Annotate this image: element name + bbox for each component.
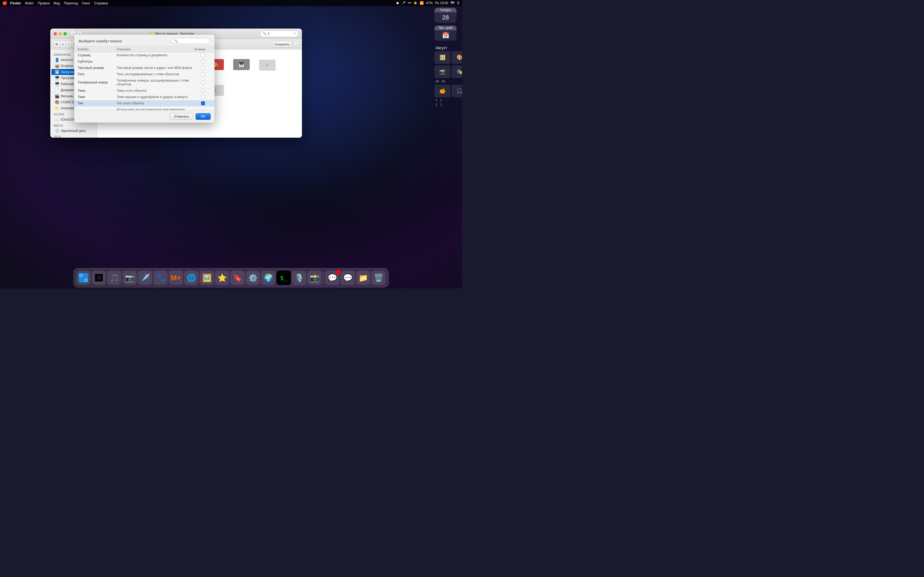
- ok-button[interactable]: OK: [195, 113, 211, 120]
- dock-bookmarks[interactable]: 🔖: [231, 271, 245, 285]
- dock-mindnode[interactable]: M+: [169, 271, 183, 285]
- cal-thumb-5[interactable]: 🍊: [435, 85, 451, 97]
- attr-row-7-checkbox[interactable]: [201, 102, 205, 105]
- main-item-7[interactable]: 1: [255, 53, 279, 77]
- menubar-siri-icon[interactable]: 🎤: [402, 1, 405, 5]
- folder-icon: 📁: [55, 106, 59, 110]
- attr-row-2[interactable]: Тактовый размер Тактовый размер песни в …: [74, 65, 215, 71]
- dock-notebook[interactable]: ⭐: [215, 271, 229, 285]
- attr-row-5[interactable]: Тема Тема этого объекта: [74, 88, 215, 94]
- dock-finder[interactable]: [76, 271, 91, 285]
- cancel-button[interactable]: Отменить: [170, 113, 193, 120]
- attr-row-6-menu: [195, 95, 211, 99]
- menubar-help[interactable]: Справка: [94, 1, 108, 5]
- attr-row-0-checkbox[interactable]: [201, 53, 205, 57]
- desktop-icon: 🖥️: [55, 82, 59, 86]
- attr-row-5-checkbox[interactable]: [201, 89, 205, 93]
- dock-metronom[interactable]: 🐾: [153, 271, 168, 285]
- dock-settings[interactable]: ⚙️: [246, 271, 260, 285]
- cal-thumb-4[interactable]: 🎭: [452, 65, 462, 78]
- menubar-edit[interactable]: Правка: [38, 1, 50, 5]
- attr-row-1[interactable]: Субтитры: [74, 58, 215, 65]
- dock-chrome[interactable]: 🌐: [184, 271, 199, 285]
- attr-dialog-title: Выберите атрибут поиска:: [79, 39, 123, 43]
- menubar-wifi-icon[interactable]: 📶: [420, 1, 424, 5]
- attr-dialog: Выберите атрибут поиска: 🔍 Атрибут Описа…: [74, 35, 215, 122]
- save-search-btn[interactable]: Сохранить: [272, 41, 292, 48]
- dock-appstore[interactable]: 🅰: [92, 271, 106, 285]
- dock-camera[interactable]: 📸: [307, 271, 322, 285]
- cal-thumb-1[interactable]: 🖼️: [435, 51, 451, 64]
- col-desc-header: Описание: [116, 48, 195, 51]
- prev-label: Пре...дней: [435, 26, 457, 30]
- dock-photos[interactable]: 📷: [123, 271, 137, 285]
- dock-image-viewer[interactable]: 🖼️: [200, 271, 214, 285]
- col-attr-header: Атрибут: [78, 48, 116, 51]
- view-column-btn[interactable]: ⫶: [66, 41, 71, 48]
- icloud-icon: ☁️: [55, 117, 59, 122]
- dock-telegram[interactable]: ✈️: [138, 271, 152, 285]
- download-icon: ⬇️: [55, 70, 59, 74]
- menubar-window[interactable]: Окно: [82, 1, 90, 5]
- attr-row-7[interactable]: Тип Тип этого объекта: [74, 100, 215, 106]
- attr-row-0[interactable]: Страниц Количество страниц в документе: [74, 52, 215, 58]
- attr-row-4-checkbox[interactable]: [201, 81, 205, 84]
- view-list-btn[interactable]: ≡: [60, 41, 66, 48]
- attr-search-box[interactable]: 🔍: [171, 38, 210, 44]
- dock-messages[interactable]: 💬: [341, 271, 355, 285]
- cal-thumb-3[interactable]: 📸: [435, 65, 451, 78]
- dock-trash[interactable]: 🗑️: [372, 271, 386, 285]
- menubar-view[interactable]: Вид: [53, 1, 60, 5]
- menubar-file[interactable]: Файл: [25, 1, 34, 5]
- attr-row-4-desc: Телефонные номера, ассоциированные с эти…: [116, 79, 195, 86]
- attr-row-3[interactable]: Теги Теги, ассоциированные с этим объект…: [74, 71, 215, 77]
- attr-row-6-checkbox[interactable]: [201, 95, 205, 99]
- dock-spotify[interactable]: 🎵: [107, 271, 121, 285]
- movies-icon: 🎬: [55, 94, 59, 98]
- attr-row-1-checkbox[interactable]: [201, 60, 205, 63]
- sidebar-item-remote-disk[interactable]: 💿 Удаленный диск: [52, 128, 96, 134]
- menubar-finder[interactable]: Finder: [10, 1, 21, 5]
- attr-row-8[interactable]: Тип гаммы лупа Использует ли луп мажорну…: [74, 106, 215, 110]
- desktop: 🍎 Finder Файл Правка Вид Переход Окно Сп…: [0, 0, 462, 288]
- person-icon: 👤: [55, 58, 59, 62]
- attr-row-2-name: Тактовый размер: [78, 66, 116, 70]
- calendar-sidebar: Сегодня 28 Пре...дней 📅 Август 🖼️ 🎨 📸 🎭 …: [435, 8, 459, 107]
- remove-search-btn[interactable]: −: [294, 42, 299, 47]
- dock-podcast[interactable]: 🎙️: [292, 271, 306, 285]
- main-item-6[interactable]: 🎹: [229, 52, 254, 77]
- attr-row-7-desc: Тип этого объекта: [116, 102, 195, 105]
- cal-numbers: 0000: [435, 78, 459, 85]
- menubar-more-icon[interactable]: •••: [408, 1, 411, 5]
- today-widget[interactable]: Сегодня 28: [435, 8, 457, 23]
- dock-telegram2[interactable]: 💬: [325, 271, 339, 285]
- attr-row-6-name: Темп: [78, 95, 116, 99]
- apple-menu[interactable]: 🍎: [2, 0, 7, 5]
- svg-rect-3: [79, 278, 83, 282]
- menubar-go[interactable]: Переход: [64, 1, 78, 5]
- cal-thumb-2[interactable]: 🎨: [452, 51, 462, 64]
- search-clear-icon[interactable]: ✕: [294, 32, 296, 35]
- attr-row-4[interactable]: Телефонный номер Телефонные номера, ассо…: [74, 77, 215, 88]
- search-box[interactable]: 🔍 1 ✕: [260, 31, 299, 37]
- prev-widget[interactable]: Пре...дней 📅: [435, 26, 457, 41]
- maximize-button[interactable]: [63, 32, 67, 35]
- sidebar-places-header: Места: [50, 122, 97, 128]
- cal-thumb-6[interactable]: 🎧: [452, 85, 462, 97]
- attr-row-6-desc: Темп музыки в аудиофайле в ударах в мину…: [116, 95, 195, 99]
- apps-icon: 🖥️: [55, 76, 59, 80]
- dock-translate[interactable]: 🌍: [261, 271, 276, 285]
- close-button[interactable]: [53, 32, 57, 35]
- attr-row-2-checkbox[interactable]: [201, 66, 205, 70]
- menubar-menu-icon[interactable]: ☰: [457, 1, 460, 5]
- dock-terminal[interactable]: $_: [277, 271, 291, 285]
- view-icon-btn[interactable]: ⊞: [53, 41, 60, 48]
- dock-files[interactable]: 📁: [356, 271, 370, 285]
- attr-search-input[interactable]: [179, 39, 208, 43]
- attr-row-0-menu: [195, 53, 211, 57]
- attr-row-6[interactable]: Темп Темп музыки в аудиофайле в ударах в…: [74, 94, 215, 100]
- minimize-button[interactable]: [58, 32, 62, 35]
- menubar-brightness-icon[interactable]: ☀️: [414, 1, 417, 5]
- attr-row-5-desc: Тема этого объекта: [116, 89, 195, 93]
- attr-row-3-checkbox[interactable]: [201, 72, 205, 76]
